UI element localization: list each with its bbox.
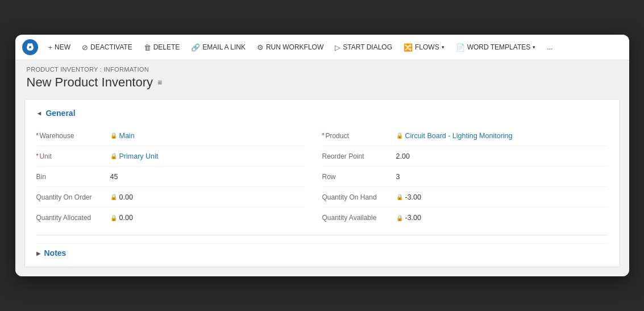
delete-button[interactable]: 🗑 DELETE <box>139 40 185 55</box>
qty-order-lock-icon: 🔒 <box>110 194 117 200</box>
form-right-col: * Product 🔒 Circuit Board - Lighting Mon… <box>322 126 608 228</box>
new-icon: + <box>48 43 53 52</box>
more-options-button[interactable]: ... <box>542 40 557 54</box>
delete-icon: 🗑 <box>144 43 151 52</box>
notes-toggle-icon[interactable]: ▶ <box>36 250 41 256</box>
general-section-title: General <box>45 109 75 118</box>
email-link-button[interactable]: 🔗 EMAIL A LINK <box>186 40 250 55</box>
reorder-point-row: Reorder Point 2.00 <box>322 146 608 167</box>
notes-header[interactable]: ▶ Notes <box>36 248 608 258</box>
email-link-icon: 🔗 <box>191 43 200 52</box>
notes-title: Notes <box>44 248 67 258</box>
deactivate-button[interactable]: ⊘ DEACTIVATE <box>77 40 137 55</box>
unit-value[interactable]: 🔒 Primary Unit <box>110 152 159 160</box>
svg-point-0 <box>29 46 31 48</box>
word-templates-button[interactable]: 📄 WORD TEMPLATES ▾ <box>451 40 541 55</box>
quantity-on-hand-row: Quantity On Hand 🔒 -3.00 <box>322 187 608 208</box>
product-row: * Product 🔒 Circuit Board - Lighting Mon… <box>322 126 608 146</box>
quantity-allocated-label: Quantity Allocated <box>36 214 110 222</box>
quantity-on-hand-label: Quantity On Hand <box>322 193 396 201</box>
product-value[interactable]: 🔒 Circuit Board - Lighting Monitoring <box>396 132 513 140</box>
word-templates-chevron-icon: ▾ <box>533 44 535 50</box>
breadcrumb-area: PRODUCT INVENTORY : INFORMATION New Prod… <box>15 60 629 93</box>
product-label: * Product <box>322 132 396 140</box>
flows-chevron-icon: ▾ <box>442 44 444 50</box>
form-grid: * Warehouse 🔒 Main * Unit <box>36 126 608 228</box>
warehouse-label: * Warehouse <box>36 132 110 140</box>
deactivate-icon: ⊘ <box>82 43 88 52</box>
quantity-available-row: Quantity Available 🔒 -3.00 <box>322 208 608 228</box>
warehouse-lock-icon: 🔒 <box>110 132 117 139</box>
unit-row: * Unit 🔒 Primary Unit <box>36 146 305 167</box>
warehouse-value[interactable]: 🔒 Main <box>110 132 135 140</box>
breadcrumb: PRODUCT INVENTORY : INFORMATION <box>27 66 618 73</box>
unit-lock-icon: 🔒 <box>110 153 117 159</box>
quantity-allocated-value: 🔒 0.00 <box>110 214 133 222</box>
bin-row: Bin 45 <box>36 167 305 187</box>
page-menu-icon[interactable]: ≡ <box>157 78 162 87</box>
qty-hand-lock-icon: 🔒 <box>396 194 403 200</box>
general-toggle-icon[interactable]: ◄ <box>36 110 43 117</box>
quantity-available-label: Quantity Available <box>322 214 396 222</box>
qty-alloc-lock-icon: 🔒 <box>110 215 117 221</box>
quantity-on-order-row: Quantity On Order 🔒 0.00 <box>36 187 305 208</box>
quantity-on-order-label: Quantity On Order <box>36 193 110 201</box>
quantity-on-hand-value: 🔒 -3.00 <box>396 193 422 201</box>
quantity-available-value: 🔒 -3.00 <box>396 214 422 222</box>
quantity-on-order-value: 🔒 0.00 <box>110 193 133 201</box>
toolbar: + NEW ⊘ DEACTIVATE 🗑 DELETE 🔗 EMAIL A LI… <box>15 35 629 60</box>
main-content: ◄ General * Warehouse 🔒 Main <box>15 93 629 276</box>
product-lock-icon: 🔒 <box>396 132 403 139</box>
flows-icon: 🔀 <box>404 43 413 52</box>
page-title-row: New Product Inventory ≡ <box>27 75 618 90</box>
row-field-label: Row <box>322 173 396 181</box>
notes-divider <box>36 235 608 235</box>
row-field-row: Row 3 <box>322 167 608 187</box>
run-workflow-button[interactable]: ⚙ RUN WORKFLOW <box>252 40 328 55</box>
app-logo <box>22 39 38 55</box>
qty-avail-lock-icon: 🔒 <box>396 215 403 221</box>
reorder-point-label: Reorder Point <box>322 152 396 160</box>
general-section-header: ◄ General <box>36 109 608 118</box>
reorder-point-value: 2.00 <box>396 152 410 160</box>
app-window: + NEW ⊘ DEACTIVATE 🗑 DELETE 🔗 EMAIL A LI… <box>15 35 629 276</box>
flows-button[interactable]: 🔀 FLOWS ▾ <box>399 40 449 55</box>
bin-label: Bin <box>36 173 110 181</box>
quantity-allocated-row: Quantity Allocated 🔒 0.00 <box>36 208 305 228</box>
page-title: New Product Inventory <box>27 75 153 90</box>
new-button[interactable]: + NEW <box>44 40 76 55</box>
unit-required: * <box>36 153 39 159</box>
start-dialog-button[interactable]: ▷ START DIALOG <box>330 40 397 55</box>
start-dialog-icon: ▷ <box>335 43 340 52</box>
notes-section: ▶ Notes <box>36 243 608 258</box>
bin-value: 45 <box>110 173 118 181</box>
warehouse-required: * <box>36 132 39 139</box>
warehouse-row: * Warehouse 🔒 Main <box>36 126 305 146</box>
run-workflow-icon: ⚙ <box>257 43 264 52</box>
form-left-col: * Warehouse 🔒 Main * Unit <box>36 126 322 228</box>
general-card: ◄ General * Warehouse 🔒 Main <box>24 99 620 267</box>
word-templates-icon: 📄 <box>456 43 465 52</box>
unit-label: * Unit <box>36 152 110 160</box>
row-field-value: 3 <box>396 173 400 181</box>
product-required: * <box>322 132 325 139</box>
